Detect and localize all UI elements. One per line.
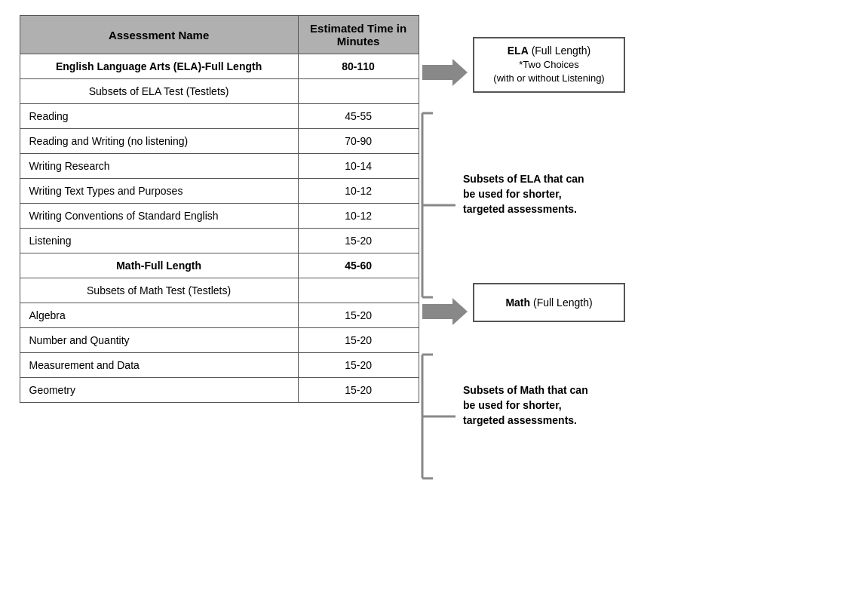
row-name: Number and Quantity — [20, 328, 298, 353]
row-name: Subsets of ELA Test (Testlets) — [20, 79, 298, 104]
row-name: Writing Conventions of Standard English — [20, 204, 298, 229]
row-name: Subsets of Math Test (Testlets) — [20, 278, 298, 303]
row-name: Reading — [20, 104, 298, 129]
table-row: Reading 45-55 — [20, 104, 419, 129]
row-name: Writing Text Types and Purposes — [20, 179, 298, 204]
row-time: 10-14 — [298, 154, 419, 179]
svg-marker-1 — [422, 298, 468, 325]
table-row: Writing Research 10-14 — [20, 154, 419, 179]
table-row: Writing Text Types and Purposes 10-12 — [20, 179, 419, 204]
row-name: Math-Full Length — [20, 253, 298, 278]
row-name: Algebra — [20, 303, 298, 328]
table-row: Geometry 15-20 — [20, 378, 419, 403]
row-time — [298, 278, 419, 303]
row-time: 15-20 — [298, 328, 419, 353]
main-container: Assessment Name Estimated Time in Minute… — [20, 15, 849, 584]
table-row: Reading and Writing (no listening) 70-90 — [20, 129, 419, 154]
row-time: 80-110 — [298, 54, 419, 79]
table-row: Subsets of ELA Test (Testlets) — [20, 79, 419, 104]
svg-marker-0 — [422, 59, 468, 86]
row-name: Measurement and Data — [20, 353, 298, 378]
row-name: Writing Research — [20, 154, 298, 179]
assessment-table-wrapper: Assessment Name Estimated Time in Minute… — [20, 15, 419, 403]
row-time: 15-20 — [298, 378, 419, 403]
row-time: 10-12 — [298, 204, 419, 229]
math-arrow — [422, 298, 468, 325]
row-time: 10-12 — [298, 179, 419, 204]
table-row: Math-Full Length 45-60 — [20, 253, 419, 278]
table-row: Algebra 15-20 — [20, 303, 419, 328]
row-name: Geometry — [20, 378, 298, 403]
row-time: 15-20 — [298, 303, 419, 328]
table-row: English Language Arts (ELA)-Full Length … — [20, 54, 419, 79]
row-name: Listening — [20, 229, 298, 253]
annotations-svg: ELA (Full Length) *Two Choices (with or … — [419, 15, 676, 584]
row-time: 15-20 — [298, 353, 419, 378]
annotations-column: ELA (Full Length) *Two Choices (with or … — [419, 15, 676, 584]
ela-box-choices: *Two Choices — [519, 59, 579, 70]
row-time: 45-55 — [298, 104, 419, 129]
table-row: Listening 15-20 — [20, 229, 419, 253]
math-subsets-label: Subsets of Math that can — [463, 384, 588, 396]
row-name: English Language Arts (ELA)-Full Length — [20, 54, 298, 79]
table-row: Writing Conventions of Standard English … — [20, 204, 419, 229]
ela-box-bold: ELA (Full Length) — [507, 45, 590, 57]
row-time: 15-20 — [298, 229, 419, 253]
row-name: Reading and Writing (no listening) — [20, 129, 298, 154]
ela-subsets-label2: be used for shorter, — [463, 188, 562, 200]
table-row: Measurement and Data 15-20 — [20, 353, 419, 378]
assessment-table: Assessment Name Estimated Time in Minute… — [20, 15, 419, 403]
ela-box-listening: (with or without Listening) — [493, 72, 604, 84]
ela-subsets-label: Subsets of ELA that can — [463, 173, 584, 185]
table-row: Subsets of Math Test (Testlets) — [20, 278, 419, 303]
row-time — [298, 79, 419, 104]
header-assessment-name: Assessment Name — [20, 16, 298, 54]
ela-arrow — [422, 59, 468, 86]
math-subsets-label2: be used for shorter, — [463, 399, 562, 411]
ela-subsets-label3: targeted assessments. — [463, 203, 577, 215]
math-subsets-label3: targeted assessments. — [463, 414, 577, 426]
row-time: 70-90 — [298, 129, 419, 154]
math-box-text: Math (Full Length) — [505, 296, 592, 309]
header-estimated-time: Estimated Time in Minutes — [298, 16, 419, 54]
row-time: 45-60 — [298, 253, 419, 278]
table-row: Number and Quantity 15-20 — [20, 328, 419, 353]
